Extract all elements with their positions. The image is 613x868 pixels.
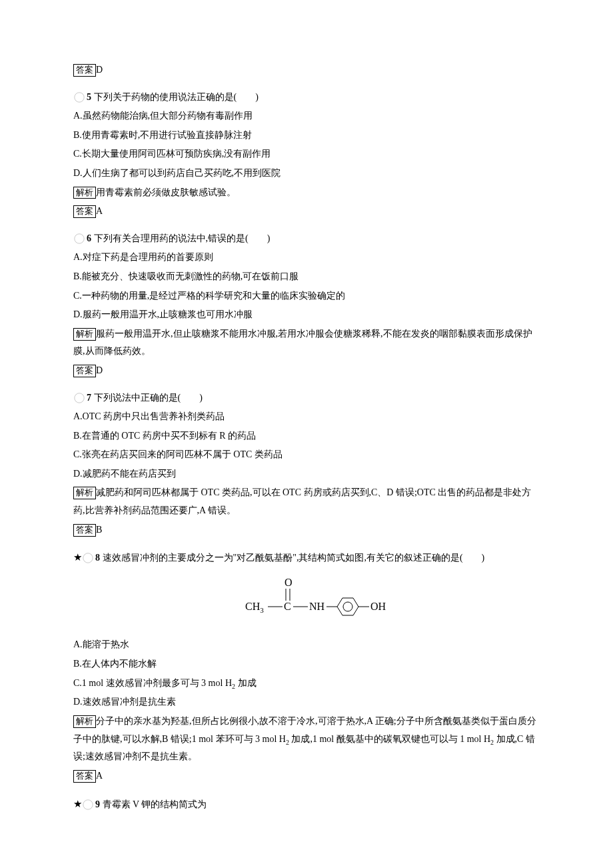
- q6-explain: 服药一般用温开水,但止咳糖浆不能用水冲服,若用水冲服会使糖浆稀释,不能在发炎的咽…: [73, 329, 532, 357]
- q5-option-a: A.虽然药物能治病,但大部分药物有毒副作用: [73, 107, 540, 125]
- q7-stem: 下列说法中正确的是( ): [94, 393, 203, 403]
- q8-answer-line: 答案A: [73, 767, 540, 785]
- formula-ch: CH: [245, 601, 261, 612]
- svg-point-11: [343, 602, 352, 611]
- q8-option-a: A.能溶于热水: [73, 636, 540, 654]
- answer-label: 答案: [73, 64, 96, 77]
- explain-label: 解析: [73, 328, 96, 341]
- q5-stem-line: 5 下列关于药物的使用说法正确的是( ): [73, 89, 540, 107]
- answer-label: 答案: [73, 770, 96, 783]
- q7-option-b: B.在普通的 OTC 药房中买不到标有 R 的药品: [73, 427, 540, 445]
- q8-explain-line: 解析分子中的亲水基为羟基,但所占比例很小,故不溶于冷水,可溶于热水,A 正确;分…: [73, 713, 540, 766]
- explain-label: 解析: [73, 487, 96, 499]
- q6-option-b: B.能被充分、快速吸收而无刺激性的药物,可在饭前口服: [73, 268, 540, 286]
- q6-option-c: C.一种药物的用量,是经过严格的科学研究和大量的临床实验确定的: [73, 287, 540, 305]
- explain-label: 解析: [73, 187, 96, 199]
- q5-answer-line: 答案A: [73, 203, 540, 221]
- svg-point-2: [75, 393, 84, 402]
- q6-explain-line: 解析服药一般用温开水,但止咳糖浆不能用水冲服,若用水冲服会使糖浆稀释,不能在发炎…: [73, 325, 540, 361]
- bullet-icon: [73, 233, 85, 245]
- svg-point-1: [75, 234, 84, 243]
- formula-c: C: [284, 601, 291, 612]
- q7-option-d: D.减肥药不能在药店买到: [73, 465, 540, 483]
- q7-answer: B: [96, 525, 102, 535]
- svg-marker-10: [337, 598, 358, 615]
- star-icon: ★: [73, 799, 82, 809]
- answer-label: 答案: [73, 365, 96, 377]
- q8-number: 8: [95, 553, 100, 563]
- answer-label: 答案: [73, 524, 96, 537]
- q5-option-c: C.长期大量使用阿司匹林可预防疾病,没有副作用: [73, 145, 540, 163]
- q6-stem-line: 6 下列有关合理用药的说法中,错误的是( ): [73, 230, 540, 248]
- q8-option-b: B.在人体内不能水解: [73, 655, 540, 673]
- star-icon: ★: [73, 552, 82, 563]
- q7-number: 7: [87, 393, 91, 403]
- q5-option-d: D.人们生病了都可以到药店自己买药吃,不用到医院: [73, 165, 540, 183]
- q5-explain: 用青霉素前必须做皮肤敏感试验。: [96, 187, 236, 197]
- q6-number: 6: [87, 233, 91, 243]
- q8-answer: A: [96, 771, 103, 781]
- svg-point-0: [75, 92, 84, 101]
- formula-o: O: [285, 577, 293, 588]
- q5-stem: 下列关于药物的使用说法正确的是( ): [94, 92, 259, 102]
- q6-stem: 下列有关合理用药的说法中,错误的是( ): [94, 233, 271, 243]
- q8-stem-line: ★8 速效感冒冲剂的主要成分之一为"对乙酰氨基酚",其结构简式如图,有关它的叙述…: [73, 548, 540, 567]
- answer-label: 答案: [73, 205, 96, 218]
- q7-explain: 减肥药和阿司匹林都属于 OTC 类药品,可以在 OTC 药房或药店买到,C、D …: [73, 487, 531, 515]
- q5-answer: A: [96, 206, 103, 216]
- q7-option-c: C.张亮在药店买回来的阿司匹林不属于 OTC 类药品: [73, 446, 540, 464]
- svg-point-13: [83, 799, 93, 809]
- q6-option-d: D.服药一般用温开水,止咳糖浆也可用水冲服: [73, 306, 540, 324]
- q7-option-a: A.OTC 药房中只出售营养补剂类药品: [73, 408, 540, 426]
- q8-structure-figure: O CH3 C NH OH: [73, 577, 540, 630]
- q9-stem: 青霉素 V 钾的结构简式为: [103, 799, 207, 809]
- bullet-icon: [73, 91, 85, 103]
- svg-point-3: [83, 553, 93, 563]
- formula-oh: OH: [370, 601, 386, 612]
- explain-label: 解析: [73, 715, 96, 728]
- q5-explain-line: 解析用青霉素前必须做皮肤敏感试验。: [73, 184, 540, 202]
- formula-nh: NH: [309, 601, 325, 612]
- q5-number: 5: [87, 92, 91, 102]
- q8-option-c: C.1 mol 速效感冒冲剂最多可与 3 mol H2 加成: [73, 675, 540, 693]
- bullet-icon: [82, 799, 94, 811]
- svg-text:CH3: CH3: [245, 601, 264, 614]
- q5-option-b: B.使用青霉素时,不用进行试验直接静脉注射: [73, 127, 540, 145]
- q8-c-pre: C.1 mol 速效感冒冲剂最多可与 3 mol H: [73, 678, 232, 688]
- bullet-icon: [73, 392, 85, 404]
- q8-c-post: 加成: [235, 678, 257, 688]
- q4-answer: D: [96, 65, 103, 75]
- q6-option-a: A.对症下药是合理用药的首要原则: [73, 249, 540, 267]
- bullet-icon: [82, 552, 94, 564]
- q9-stem-line: ★9 青霉素 V 钾的结构简式为: [73, 795, 540, 814]
- q9-number: 9: [95, 799, 100, 809]
- q4-answer-line: 答案D: [73, 61, 540, 79]
- chemical-structure-icon: O CH3 C NH OH: [220, 577, 393, 623]
- q8-stem: 速效感冒冲剂的主要成分之一为"对乙酰氨基酚",其结构简式如图,有关它的叙述正确的…: [103, 553, 485, 563]
- q7-stem-line: 7 下列说法中正确的是( ): [73, 389, 540, 407]
- q7-explain-line: 解析减肥药和阿司匹林都属于 OTC 类药品,可以在 OTC 药房或药店买到,C、…: [73, 484, 540, 519]
- q8-explain-mid: 加成,1 mol 酰氨基中的碳氧双键也可以与 1 mol H: [289, 734, 490, 744]
- formula-sub3: 3: [260, 606, 264, 614]
- q8-option-d: D.速效感冒冲剂是抗生素: [73, 693, 540, 711]
- q6-answer: D: [96, 365, 103, 375]
- q7-answer-line: 答案B: [73, 521, 540, 539]
- q6-answer-line: 答案D: [73, 362, 540, 380]
